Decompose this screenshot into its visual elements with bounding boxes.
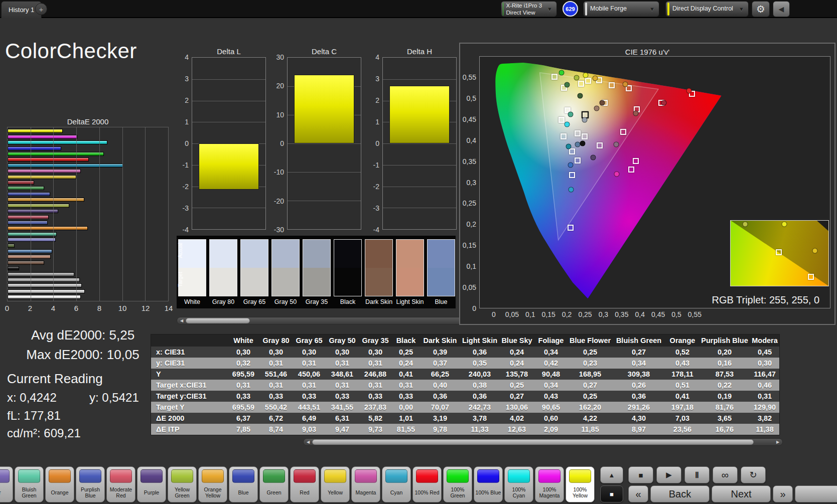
table-cell: 129,90	[749, 402, 780, 413]
axis-tick-label: -3	[183, 204, 189, 212]
patch-button-moderate-red[interactable]: Moderate Red	[106, 466, 135, 502]
axis-tick-label: 1	[375, 118, 379, 126]
de2000-bar-moderate-red	[8, 215, 49, 219]
display-control-dropdown[interactable]: Direct Display Control ▼	[665, 1, 749, 17]
patch-button-blue[interactable]: Blue	[229, 466, 258, 502]
table-cell: 5,82	[359, 413, 392, 424]
top-bar: History 1 + X-Rite i1Pro 3Direct View ▼ …	[0, 0, 837, 18]
table-cell: 0,46	[749, 380, 780, 391]
axis-tick-label: 0	[5, 304, 9, 312]
chevrons-left-icon: «	[635, 488, 641, 500]
gridline	[31, 127, 31, 301]
swatch-box	[365, 239, 393, 296]
swatch-scrollbar[interactable]: ◀ ▶	[177, 317, 473, 324]
patch-color-chip	[538, 469, 561, 483]
patch-button-100-cyan[interactable]: 100% Cyan	[504, 466, 533, 502]
rgb-triplet-readout: RGB Triplet: 255, 255, 0	[712, 294, 820, 306]
back-button[interactable]: Back	[650, 485, 710, 502]
measured-point-marker	[623, 81, 628, 87]
patch-button-orange-yellow[interactable]: Orange Yellow	[198, 466, 227, 502]
back-label: Back	[669, 488, 691, 500]
bar-row	[8, 232, 168, 236]
patch-button-orange[interactable]: Orange	[45, 466, 74, 502]
axis-tick-label: 6	[74, 304, 78, 312]
loop-button[interactable]: ↻	[741, 466, 766, 483]
patch-list-up-button[interactable]: ▲	[600, 466, 623, 483]
patch-button-purplish-blue[interactable]: Purplish Blue	[76, 466, 105, 502]
patch-button-100-blue[interactable]: 100% Blue	[474, 466, 503, 502]
next-button[interactable]: Next	[712, 485, 771, 502]
patch-button-green[interactable]: Green	[259, 466, 289, 502]
patch-button-bluish-green[interactable]: Bluish Green	[15, 466, 44, 502]
pause-button[interactable]: Ⅱ	[684, 466, 710, 483]
patch-button-magenta[interactable]: Magenta	[351, 466, 380, 502]
bar-row	[8, 272, 168, 276]
next-chevrons-button[interactable]: »	[773, 485, 793, 502]
row-label: Y	[151, 369, 227, 380]
reading-count-badge[interactable]: 629	[563, 1, 578, 17]
meter-dropdown[interactable]: X-Rite i1Pro 3Direct View ▼	[501, 1, 557, 17]
table-cell: 0,31	[259, 380, 293, 391]
gridline	[383, 208, 456, 208]
patch-button-100-yellow[interactable]: 100% Yellow	[566, 466, 595, 502]
swatch-scrollbar-thumb[interactable]	[186, 318, 250, 323]
table-cell: 23,56	[665, 424, 700, 435]
patch-window-button[interactable]: ■	[600, 485, 623, 502]
scroll-left-icon[interactable]: ◀	[178, 317, 186, 324]
patch-button-purple[interactable]: Purple	[137, 466, 166, 502]
inset-target-marker	[776, 249, 782, 255]
patch-button-100-red[interactable]: 100% Red	[412, 466, 442, 502]
swatch-box	[427, 239, 455, 296]
table-scrollbar[interactable]: ◀ ▶	[303, 438, 783, 446]
plus-icon: +	[39, 5, 44, 14]
table-cell: 0,36	[613, 391, 665, 402]
arrow-left-icon: ◀	[779, 5, 784, 13]
collapse-panel-button[interactable]: ◀	[773, 1, 790, 17]
table-cell: 0,27	[568, 380, 613, 391]
play-button[interactable]: ▶	[656, 466, 681, 483]
table-cell: 309,38	[613, 369, 665, 380]
patch-color-chip	[171, 469, 193, 483]
bar-row	[8, 221, 168, 225]
bar-row	[8, 146, 168, 150]
table-cell: 0,30	[259, 347, 293, 358]
add-tab-button[interactable]: +	[35, 3, 47, 15]
de2000-bar-yellow	[8, 175, 76, 179]
swatch-name: Gray 65	[240, 298, 268, 305]
patch-button-100-green[interactable]: 100% Green	[443, 466, 472, 502]
patch-button-yellow[interactable]: Yellow	[321, 466, 350, 502]
settings-button[interactable]: ⚙	[752, 1, 770, 17]
table-scrollbar-thumb[interactable]	[312, 439, 754, 445]
column-header: Orange	[665, 334, 700, 347]
axis-tick-label: -4	[373, 226, 379, 234]
stop-button[interactable]: ■	[628, 466, 653, 483]
de2000-chart-title: DeltaE 2000	[7, 117, 169, 126]
back-chevrons-button[interactable]: «	[628, 485, 648, 502]
scroll-right-icon[interactable]: ▶	[774, 439, 782, 445]
continuous-read-button[interactable]: ∞	[713, 466, 738, 483]
axis-tick-label: 0	[280, 139, 284, 147]
patch-button-red[interactable]: Red	[290, 466, 319, 502]
patch-button-yellow-green[interactable]: Yellow Green	[168, 466, 197, 502]
bar-row	[8, 249, 168, 253]
max-de2000-value: Max dE2000: 10,05	[0, 347, 166, 363]
axis-tick-label: 0,15	[542, 310, 555, 318]
table-cell: 0,33	[259, 391, 293, 402]
table-cell: 550,42	[259, 402, 293, 413]
display-control-status-stripe	[667, 3, 669, 16]
column-header: Foliage	[534, 334, 568, 347]
chevron-down-icon: ▼	[734, 6, 744, 12]
scroll-left-icon[interactable]: ◀	[304, 439, 312, 445]
swatch-name: White	[178, 298, 206, 305]
table-cell: 0,36	[460, 391, 499, 402]
column-header: Dark Skin	[420, 334, 460, 347]
patch-button-cyan[interactable]: Cyan	[382, 466, 411, 502]
workflow-dropdown[interactable]: Mobile Forge ▼	[583, 1, 659, 17]
swatch-name: Gray 50	[271, 298, 300, 305]
table-cell: 4,30	[613, 413, 665, 424]
patch-button-er[interactable]: er	[0, 466, 13, 502]
patch-button-100-magenta[interactable]: 100% Magenta	[535, 466, 564, 502]
column-header: Gray 65	[293, 334, 326, 347]
table-cell: 0,31	[293, 380, 326, 391]
axis-tick-label: -1	[183, 161, 189, 169]
